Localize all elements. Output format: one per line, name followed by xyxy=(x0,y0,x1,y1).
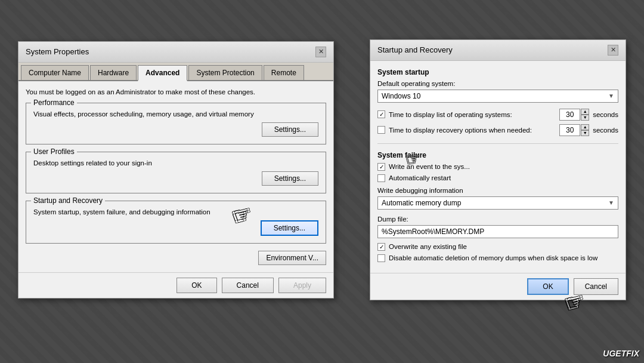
watermark: UGETFIX xyxy=(603,349,639,358)
display-recovery-unit: seconds xyxy=(593,127,618,134)
display-list-label: Time to display list of operating system… xyxy=(389,111,555,118)
dropdown-arrow-icon: ▼ xyxy=(608,93,614,99)
admin-note: You must be logged on as an Administrato… xyxy=(26,88,326,96)
user-profiles-group: User Profiles Desktop settings related t… xyxy=(26,152,326,193)
disable-auto-delete-checkbox[interactable] xyxy=(377,254,385,262)
startup-recovery-close-button[interactable]: ✕ xyxy=(608,45,618,56)
write-event-label: Write an event to the sys... xyxy=(389,163,470,170)
user-profiles-desc: Desktop settings related to your sign-in xyxy=(33,159,318,167)
debugging-label: Write debugging information xyxy=(377,187,618,194)
environment-variables-button[interactable]: Environment V... xyxy=(258,251,326,265)
system-properties-footer: OK Cancel Apply xyxy=(18,272,333,298)
apply-button[interactable]: Apply xyxy=(278,278,326,293)
user-profiles-group-label: User Profiles xyxy=(31,147,77,156)
display-recovery-spinbox: ▲ ▼ seconds xyxy=(559,124,618,136)
display-list-row: Time to display list of operating system… xyxy=(377,109,618,121)
display-list-spin-buttons: ▲ ▼ xyxy=(581,109,589,121)
section-divider xyxy=(377,143,618,144)
disable-auto-delete-row: Disable automatic deletion of memory dum… xyxy=(377,254,618,262)
debugging-dropdown[interactable]: Automatic memory dump ▼ xyxy=(377,196,618,210)
debugging-value: Automatic memory dump xyxy=(382,199,461,207)
tab-hardware[interactable]: Hardware xyxy=(90,65,137,80)
startup-recovery-desc: System startup, system failure, and debu… xyxy=(33,208,318,216)
display-recovery-spin-buttons: ▲ ▼ xyxy=(581,124,589,136)
system-properties-body: You must be logged on as an Administrato… xyxy=(18,81,333,272)
display-list-spinbox: ▲ ▼ seconds xyxy=(559,109,618,121)
write-event-row: Write an event to the sys... xyxy=(377,163,618,171)
auto-restart-row: Automatically restart xyxy=(377,174,618,182)
startup-recovery-group: Startup and Recovery System startup, sys… xyxy=(26,201,326,244)
startup-recovery-footer: OK Cancel xyxy=(370,273,626,300)
tab-system-protection[interactable]: System Protection xyxy=(188,65,262,80)
ok-button[interactable]: OK xyxy=(177,278,216,293)
startup-recovery-body: System startup Default operating system:… xyxy=(370,61,626,273)
performance-desc: Visual effects, processor scheduling, me… xyxy=(33,110,318,118)
auto-restart-checkbox[interactable] xyxy=(377,174,385,182)
startup-recovery-cancel-button[interactable]: Cancel xyxy=(574,278,618,295)
display-list-checkbox[interactable] xyxy=(377,110,385,118)
system-properties-dialog: System Properties ✕ Computer Name Hardwa… xyxy=(18,41,334,299)
default-os-dropdown[interactable]: Windows 10 ▼ xyxy=(377,90,618,103)
display-list-unit: seconds xyxy=(593,111,618,118)
display-recovery-spin-up[interactable]: ▲ xyxy=(581,124,589,130)
dump-file-label: Dump file: xyxy=(377,216,618,223)
system-properties-title: System Properties xyxy=(26,47,89,56)
performance-group: Performance Visual effects, processor sc… xyxy=(26,103,326,144)
display-recovery-label: Time to display recovery options when ne… xyxy=(389,127,555,134)
startup-recovery-settings-button[interactable]: Settings... xyxy=(261,220,318,236)
display-recovery-row: Time to display recovery options when ne… xyxy=(377,124,618,136)
display-recovery-spin-down[interactable]: ▼ xyxy=(581,130,589,136)
system-failure-section-title: System failure xyxy=(377,151,618,159)
performance-group-label: Performance xyxy=(31,99,77,107)
display-list-spin-down[interactable]: ▼ xyxy=(581,115,589,121)
display-recovery-checkbox[interactable] xyxy=(377,126,385,134)
performance-settings-button[interactable]: Settings... xyxy=(262,122,318,137)
startup-recovery-title: Startup and Recovery xyxy=(377,45,453,54)
system-startup-section-title: System startup xyxy=(377,68,618,76)
disable-auto-delete-label: Disable automatic deletion of memory dum… xyxy=(389,254,597,262)
overwrite-checkbox[interactable] xyxy=(377,243,385,251)
system-properties-tabs: Computer Name Hardware Advanced System P… xyxy=(18,63,333,81)
system-properties-close-button[interactable]: ✕ xyxy=(315,47,326,57)
tab-advanced[interactable]: Advanced xyxy=(138,65,187,81)
display-list-input[interactable] xyxy=(559,109,580,121)
startup-recovery-ok-button[interactable]: OK xyxy=(527,278,568,295)
startup-recovery-group-label: Startup and Recovery xyxy=(31,196,105,205)
cancel-button[interactable]: Cancel xyxy=(222,278,274,293)
auto-restart-label: Automatically restart xyxy=(389,174,451,182)
overwrite-row: Overwrite any existing file xyxy=(377,243,618,251)
debugging-dropdown-arrow-icon: ▼ xyxy=(608,199,614,206)
default-os-value: Windows 10 xyxy=(382,92,420,100)
default-os-label: Default operating system: xyxy=(377,80,618,87)
write-event-checkbox[interactable] xyxy=(377,163,385,171)
startup-recovery-dialog: Startup and Recovery ✕ System startup De… xyxy=(370,39,626,300)
overwrite-label: Overwrite any existing file xyxy=(389,243,467,250)
tab-computer-name[interactable]: Computer Name xyxy=(21,65,89,80)
system-properties-titlebar: System Properties ✕ xyxy=(18,42,333,63)
tab-remote[interactable]: Remote xyxy=(264,65,304,80)
startup-recovery-titlebar: Startup and Recovery ✕ xyxy=(370,40,626,61)
user-profiles-settings-button[interactable]: Settings... xyxy=(262,171,318,186)
display-recovery-input[interactable] xyxy=(559,124,580,136)
dump-file-input[interactable] xyxy=(377,225,618,238)
display-list-spin-up[interactable]: ▲ xyxy=(581,109,589,115)
